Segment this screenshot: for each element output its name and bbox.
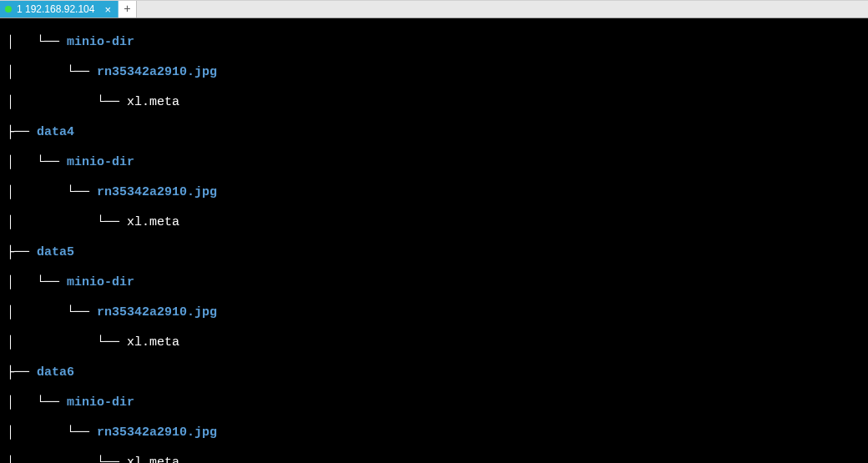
tree-line: │ └── xl.meta bbox=[7, 95, 861, 110]
close-icon[interactable]: × bbox=[104, 4, 111, 15]
status-dot-icon bbox=[5, 6, 12, 13]
tab-active[interactable]: 1 192.168.92.104 × bbox=[0, 1, 119, 18]
tree-line: │ └── rn35342a2910.jpg bbox=[7, 305, 861, 320]
tree-line: ├── data5 bbox=[7, 245, 861, 260]
tree-line: │ └── xl.meta bbox=[7, 455, 861, 463]
tree-line: │ └── minio-dir bbox=[7, 275, 861, 290]
tree-line: │ └── minio-dir bbox=[7, 395, 861, 410]
tree-line: ├── data6 bbox=[7, 365, 861, 380]
add-tab-button[interactable]: + bbox=[119, 1, 137, 18]
plus-icon: + bbox=[124, 3, 130, 16]
tree-line: ├── data4 bbox=[7, 125, 861, 140]
tree-line: │ └── xl.meta bbox=[7, 215, 861, 230]
tree-line: │ └── minio-dir bbox=[7, 35, 861, 50]
tab-label: 1 192.168.92.104 bbox=[17, 3, 94, 15]
tab-bar: 1 192.168.92.104 × + bbox=[0, 0, 868, 18]
tree-line: │ └── xl.meta bbox=[7, 335, 861, 350]
tree-line: │ └── rn35342a2910.jpg bbox=[7, 425, 861, 440]
terminal-output[interactable]: │ └── minio-dir │ └── rn35342a2910.jpg │… bbox=[0, 18, 868, 463]
tree-line: │ └── rn35342a2910.jpg bbox=[7, 185, 861, 200]
tree-line: │ └── rn35342a2910.jpg bbox=[7, 65, 861, 80]
tree-line: │ └── minio-dir bbox=[7, 155, 861, 170]
